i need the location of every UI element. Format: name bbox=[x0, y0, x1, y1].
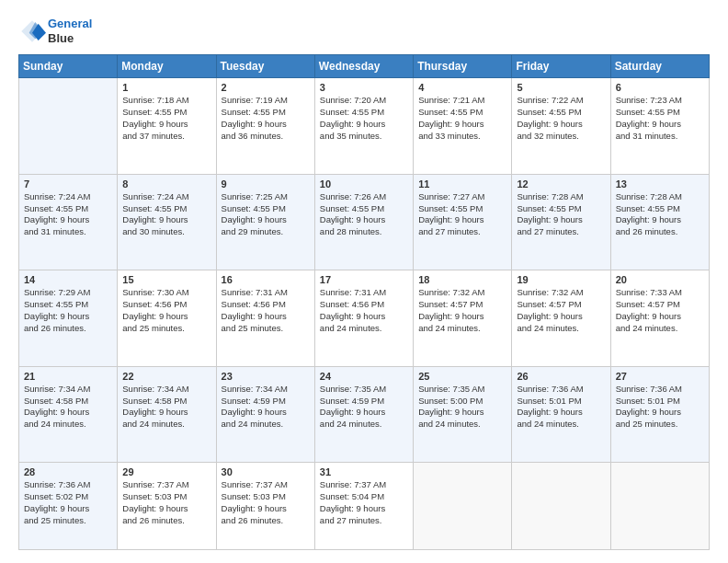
day-info: Sunrise: 7:23 AMSunset: 4:55 PMDaylight:… bbox=[616, 95, 704, 142]
calendar-table: SundayMondayTuesdayWednesdayThursdayFrid… bbox=[18, 54, 710, 550]
calendar-cell: 27Sunrise: 7:36 AMSunset: 5:01 PMDayligh… bbox=[610, 366, 709, 463]
day-info: Sunrise: 7:37 AMSunset: 5:04 PMDaylight:… bbox=[320, 479, 408, 526]
calendar-week-row: 28Sunrise: 7:36 AMSunset: 5:02 PMDayligh… bbox=[19, 463, 710, 550]
calendar-header-monday: Monday bbox=[118, 55, 216, 78]
day-number: 23 bbox=[222, 371, 310, 382]
day-number: 28 bbox=[24, 466, 112, 477]
day-info: Sunrise: 7:25 AMSunset: 4:55 PMDaylight:… bbox=[222, 191, 310, 238]
calendar-cell: 12Sunrise: 7:28 AMSunset: 4:55 PMDayligh… bbox=[512, 174, 610, 270]
day-number: 7 bbox=[24, 178, 112, 190]
day-info: Sunrise: 7:26 AMSunset: 4:55 PMDaylight:… bbox=[320, 191, 408, 238]
calendar-cell: 29Sunrise: 7:37 AMSunset: 5:03 PMDayligh… bbox=[118, 463, 216, 550]
calendar-cell: 8Sunrise: 7:24 AMSunset: 4:55 PMDaylight… bbox=[118, 174, 216, 270]
logo: General Blue bbox=[18, 17, 92, 45]
day-info: Sunrise: 7:19 AMSunset: 4:55 PMDaylight:… bbox=[222, 95, 310, 142]
calendar-cell: 24Sunrise: 7:35 AMSunset: 4:59 PMDayligh… bbox=[314, 366, 413, 463]
calendar-week-row: 14Sunrise: 7:29 AMSunset: 4:55 PMDayligh… bbox=[19, 270, 710, 367]
calendar-cell: 2Sunrise: 7:19 AMSunset: 4:55 PMDaylight… bbox=[216, 78, 314, 175]
calendar-cell: 3Sunrise: 7:20 AMSunset: 4:55 PMDaylight… bbox=[314, 78, 413, 175]
calendar-cell: 4Sunrise: 7:21 AMSunset: 4:55 PMDaylight… bbox=[414, 78, 512, 175]
day-number: 6 bbox=[616, 82, 704, 93]
day-number: 25 bbox=[418, 371, 506, 382]
calendar-cell: 19Sunrise: 7:32 AMSunset: 4:57 PMDayligh… bbox=[512, 270, 610, 367]
day-info: Sunrise: 7:32 AMSunset: 4:57 PMDaylight:… bbox=[418, 287, 506, 334]
day-number: 12 bbox=[517, 178, 605, 190]
calendar-header-wednesday: Wednesday bbox=[314, 55, 413, 78]
day-number: 10 bbox=[320, 178, 408, 190]
day-number: 22 bbox=[122, 371, 210, 382]
calendar-cell: 14Sunrise: 7:29 AMSunset: 4:55 PMDayligh… bbox=[19, 270, 118, 367]
day-info: Sunrise: 7:28 AMSunset: 4:55 PMDaylight:… bbox=[616, 191, 704, 238]
day-info: Sunrise: 7:37 AMSunset: 5:03 PMDaylight:… bbox=[122, 479, 210, 526]
day-number: 9 bbox=[222, 178, 310, 190]
day-info: Sunrise: 7:34 AMSunset: 4:58 PMDaylight:… bbox=[24, 384, 112, 431]
day-info: Sunrise: 7:36 AMSunset: 5:01 PMDaylight:… bbox=[616, 384, 704, 431]
day-info: Sunrise: 7:30 AMSunset: 4:56 PMDaylight:… bbox=[122, 287, 210, 334]
calendar-cell: 17Sunrise: 7:31 AMSunset: 4:56 PMDayligh… bbox=[314, 270, 413, 367]
day-info: Sunrise: 7:28 AMSunset: 4:55 PMDaylight:… bbox=[517, 191, 605, 238]
calendar-week-row: 7Sunrise: 7:24 AMSunset: 4:55 PMDaylight… bbox=[19, 174, 710, 270]
day-number: 5 bbox=[517, 82, 605, 93]
calendar-cell: 21Sunrise: 7:34 AMSunset: 4:58 PMDayligh… bbox=[19, 366, 118, 463]
day-number: 30 bbox=[222, 466, 310, 477]
calendar-header-saturday: Saturday bbox=[610, 55, 709, 78]
logo-icon bbox=[18, 17, 46, 45]
day-number: 29 bbox=[122, 466, 210, 477]
day-info: Sunrise: 7:24 AMSunset: 4:55 PMDaylight:… bbox=[122, 191, 210, 238]
day-number: 18 bbox=[418, 274, 506, 285]
day-number: 3 bbox=[320, 82, 408, 93]
day-info: Sunrise: 7:35 AMSunset: 5:00 PMDaylight:… bbox=[418, 384, 506, 431]
calendar-cell: 30Sunrise: 7:37 AMSunset: 5:03 PMDayligh… bbox=[216, 463, 314, 550]
day-info: Sunrise: 7:24 AMSunset: 4:55 PMDaylight:… bbox=[24, 191, 112, 238]
day-info: Sunrise: 7:32 AMSunset: 4:57 PMDaylight:… bbox=[517, 287, 605, 334]
calendar-cell bbox=[512, 463, 610, 550]
calendar-cell: 13Sunrise: 7:28 AMSunset: 4:55 PMDayligh… bbox=[610, 174, 709, 270]
calendar-header-thursday: Thursday bbox=[414, 55, 512, 78]
calendar-cell: 9Sunrise: 7:25 AMSunset: 4:55 PMDaylight… bbox=[216, 174, 314, 270]
calendar-cell: 22Sunrise: 7:34 AMSunset: 4:58 PMDayligh… bbox=[118, 366, 216, 463]
day-number: 21 bbox=[24, 371, 112, 382]
calendar-cell: 11Sunrise: 7:27 AMSunset: 4:55 PMDayligh… bbox=[414, 174, 512, 270]
calendar-cell: 23Sunrise: 7:34 AMSunset: 4:59 PMDayligh… bbox=[216, 366, 314, 463]
day-number: 20 bbox=[616, 274, 704, 285]
calendar-header-sunday: Sunday bbox=[19, 55, 118, 78]
calendar-week-row: 21Sunrise: 7:34 AMSunset: 4:58 PMDayligh… bbox=[19, 366, 710, 463]
day-number: 26 bbox=[517, 371, 605, 382]
calendar-cell: 7Sunrise: 7:24 AMSunset: 4:55 PMDaylight… bbox=[19, 174, 118, 270]
calendar-cell: 28Sunrise: 7:36 AMSunset: 5:02 PMDayligh… bbox=[19, 463, 118, 550]
day-number: 1 bbox=[122, 82, 210, 93]
day-info: Sunrise: 7:20 AMSunset: 4:55 PMDaylight:… bbox=[320, 95, 408, 142]
day-info: Sunrise: 7:37 AMSunset: 5:03 PMDaylight:… bbox=[222, 479, 310, 526]
calendar-header-tuesday: Tuesday bbox=[216, 55, 314, 78]
day-number: 14 bbox=[24, 274, 112, 285]
calendar-cell: 16Sunrise: 7:31 AMSunset: 4:56 PMDayligh… bbox=[216, 270, 314, 367]
day-info: Sunrise: 7:35 AMSunset: 4:59 PMDaylight:… bbox=[320, 384, 408, 431]
day-info: Sunrise: 7:36 AMSunset: 5:01 PMDaylight:… bbox=[517, 384, 605, 431]
day-info: Sunrise: 7:22 AMSunset: 4:55 PMDaylight:… bbox=[517, 95, 605, 142]
day-info: Sunrise: 7:36 AMSunset: 5:02 PMDaylight:… bbox=[24, 479, 112, 526]
day-info: Sunrise: 7:34 AMSunset: 4:58 PMDaylight:… bbox=[122, 384, 210, 431]
page: General Blue SundayMondayTuesdayWednesda… bbox=[0, 0, 728, 563]
day-number: 31 bbox=[320, 466, 408, 477]
calendar-cell: 18Sunrise: 7:32 AMSunset: 4:57 PMDayligh… bbox=[414, 270, 512, 367]
day-number: 17 bbox=[320, 274, 408, 285]
calendar-cell: 26Sunrise: 7:36 AMSunset: 5:01 PMDayligh… bbox=[512, 366, 610, 463]
day-info: Sunrise: 7:33 AMSunset: 4:57 PMDaylight:… bbox=[616, 287, 704, 334]
day-number: 24 bbox=[320, 371, 408, 382]
day-number: 13 bbox=[616, 178, 704, 190]
calendar-cell: 6Sunrise: 7:23 AMSunset: 4:55 PMDaylight… bbox=[610, 78, 709, 175]
day-info: Sunrise: 7:18 AMSunset: 4:55 PMDaylight:… bbox=[122, 95, 210, 142]
day-number: 19 bbox=[517, 274, 605, 285]
logo-text: General Blue bbox=[48, 17, 92, 45]
day-info: Sunrise: 7:34 AMSunset: 4:59 PMDaylight:… bbox=[222, 384, 310, 431]
calendar-header-row: SundayMondayTuesdayWednesdayThursdayFrid… bbox=[19, 55, 710, 78]
day-number: 4 bbox=[418, 82, 506, 93]
calendar-cell: 15Sunrise: 7:30 AMSunset: 4:56 PMDayligh… bbox=[118, 270, 216, 367]
calendar-cell: 5Sunrise: 7:22 AMSunset: 4:55 PMDaylight… bbox=[512, 78, 610, 175]
day-number: 15 bbox=[122, 274, 210, 285]
calendar-week-row: 1Sunrise: 7:18 AMSunset: 4:55 PMDaylight… bbox=[19, 78, 710, 175]
calendar-cell: 20Sunrise: 7:33 AMSunset: 4:57 PMDayligh… bbox=[610, 270, 709, 367]
day-info: Sunrise: 7:27 AMSunset: 4:55 PMDaylight:… bbox=[418, 191, 506, 238]
calendar-cell: 31Sunrise: 7:37 AMSunset: 5:04 PMDayligh… bbox=[314, 463, 413, 550]
header: General Blue bbox=[18, 17, 710, 45]
